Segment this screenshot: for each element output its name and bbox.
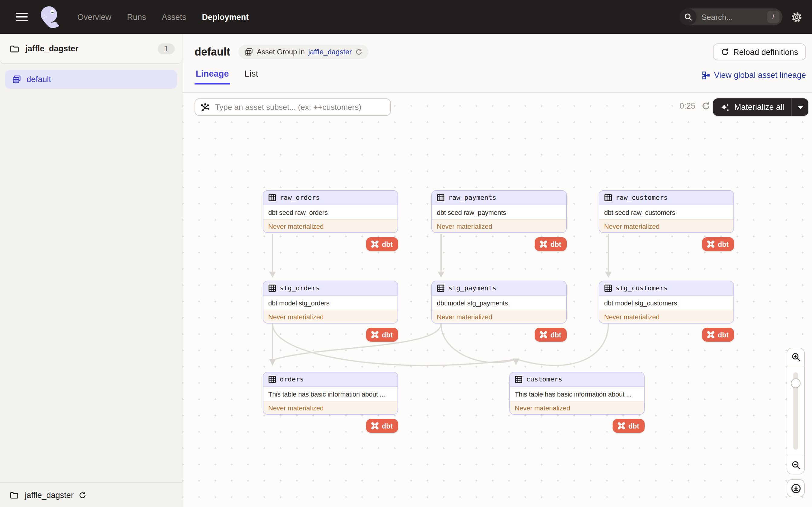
dbt-badge[interactable]: dbt bbox=[613, 419, 645, 433]
zoom-in-button[interactable] bbox=[787, 348, 804, 366]
dbt-logo-icon bbox=[371, 331, 379, 339]
tab-list[interactable]: List bbox=[244, 69, 259, 84]
sidebar-item-default-group[interactable]: default bbox=[5, 70, 177, 89]
dbt-badge[interactable]: dbt bbox=[366, 328, 398, 342]
asset-description: dbt seed raw_payments bbox=[432, 205, 566, 219]
folder-icon bbox=[10, 44, 19, 53]
dbt-logo-icon bbox=[371, 240, 379, 248]
reload-repo-icon[interactable] bbox=[79, 491, 86, 499]
zoom-out-button[interactable] bbox=[787, 456, 804, 474]
page-title: default bbox=[195, 46, 230, 58]
zoom-controls bbox=[786, 348, 805, 497]
reload-icon bbox=[720, 48, 729, 56]
table-icon bbox=[437, 194, 445, 202]
dbt-badge[interactable]: dbt bbox=[535, 328, 567, 342]
asset-name: stg_orders bbox=[280, 284, 320, 292]
asset-node-raw-orders[interactable]: raw_orders dbt seed raw_orders Never mat… bbox=[263, 190, 398, 233]
asset-node-stg-customers[interactable]: stg_customers dbt model stg_customers Ne… bbox=[599, 281, 734, 324]
asset-node-raw-customers[interactable]: raw_customers dbt seed raw_customers Nev… bbox=[599, 190, 734, 233]
nav-right: / bbox=[680, 8, 812, 25]
table-icon bbox=[245, 48, 253, 56]
sparkle-icon bbox=[720, 102, 730, 112]
materialize-all-main[interactable]: Materialize all bbox=[713, 98, 792, 116]
table-icon bbox=[604, 194, 612, 202]
search-bar[interactable]: / bbox=[680, 8, 782, 25]
asset-name: raw_payments bbox=[448, 194, 496, 202]
settings-gear-icon[interactable] bbox=[791, 11, 802, 23]
nav-item-deployment[interactable]: Deployment bbox=[202, 12, 249, 21]
dbt-badge[interactable]: dbt bbox=[366, 419, 398, 433]
download-image-button[interactable] bbox=[786, 479, 805, 497]
menu-hamburger-icon[interactable] bbox=[16, 13, 28, 21]
asset-group-icon bbox=[12, 75, 21, 84]
dagster-logo[interactable] bbox=[39, 5, 62, 29]
lineage-graph-icon bbox=[702, 71, 711, 79]
folder-icon bbox=[10, 490, 19, 500]
asset-status: Never materialized bbox=[263, 401, 398, 414]
refresh-timer: 0:25 bbox=[679, 101, 711, 110]
asset-description: dbt model stg_orders bbox=[263, 296, 398, 309]
tab-bar: Lineage List View global asset lineage bbox=[183, 60, 812, 84]
asset-subset-filter[interactable] bbox=[195, 98, 391, 116]
asset-group-tag-text: Asset Group in bbox=[257, 48, 305, 56]
dbt-logo-icon bbox=[540, 331, 547, 339]
materialize-dropdown-caret[interactable] bbox=[792, 98, 808, 116]
table-icon bbox=[268, 284, 276, 292]
table-icon bbox=[268, 376, 276, 383]
dbt-logo-icon bbox=[371, 422, 379, 430]
asset-description: dbt model stg_customers bbox=[599, 296, 733, 309]
materialize-all-button[interactable]: Materialize all bbox=[713, 98, 808, 116]
group-name: default bbox=[27, 75, 51, 84]
search-icon bbox=[680, 8, 697, 25]
asset-subset-input[interactable] bbox=[214, 102, 386, 112]
chevron-down-icon bbox=[797, 105, 803, 109]
asset-group-repo-link[interactable]: jaffle_dagster bbox=[308, 48, 352, 56]
asset-status: Never materialized bbox=[263, 219, 398, 232]
repo-count-badge: 1 bbox=[158, 43, 174, 54]
asset-description: dbt model stg_payments bbox=[432, 296, 566, 309]
lineage-canvas[interactable]: 0:25 Materialize all bbox=[183, 93, 812, 507]
asset-name: customers bbox=[526, 376, 562, 383]
asset-description: dbt seed raw_orders bbox=[263, 205, 398, 219]
asset-status: Never materialized bbox=[263, 309, 398, 323]
footer-repo-name: jaffle_dagster bbox=[25, 490, 74, 500]
asset-name: orders bbox=[280, 376, 304, 383]
sidebar: jaffle_dagster 1 default jaffle_dagster bbox=[0, 34, 183, 507]
asset-node-raw-payments[interactable]: raw_payments dbt seed raw_payments Never… bbox=[432, 190, 567, 233]
countdown-timer: 0:25 bbox=[679, 101, 695, 110]
reload-definitions-button[interactable]: Reload definitions bbox=[713, 44, 806, 60]
asset-node-customers[interactable]: customers This table has basic informati… bbox=[509, 372, 645, 415]
sidebar-footer: jaffle_dagster bbox=[0, 482, 182, 507]
asset-node-orders[interactable]: orders This table has basic information … bbox=[263, 372, 398, 415]
dbt-badge[interactable]: dbt bbox=[702, 237, 734, 251]
nav-item-overview[interactable]: Overview bbox=[77, 12, 111, 21]
dagster-app: Overview Runs Assets Deployment / bbox=[0, 0, 812, 507]
table-icon bbox=[268, 194, 276, 202]
dbt-badge[interactable]: dbt bbox=[702, 328, 734, 342]
view-global-asset-lineage-link[interactable]: View global asset lineage bbox=[702, 71, 806, 84]
dbt-logo-icon bbox=[540, 240, 547, 248]
dbt-badge[interactable]: dbt bbox=[535, 237, 567, 251]
table-icon bbox=[604, 284, 612, 292]
reload-icon[interactable] bbox=[355, 48, 362, 56]
zoom-slider[interactable] bbox=[787, 366, 804, 456]
dbt-logo-icon bbox=[617, 422, 625, 430]
asset-status: Never materialized bbox=[599, 309, 733, 323]
nav-item-runs[interactable]: Runs bbox=[127, 12, 146, 21]
asset-node-stg-payments[interactable]: stg_payments dbt model stg_payments Neve… bbox=[432, 281, 567, 324]
asset-graph-filter-icon bbox=[200, 102, 210, 112]
asset-node-stg-orders[interactable]: stg_orders dbt model stg_orders Never ma… bbox=[263, 281, 398, 324]
asset-description: dbt seed raw_customers bbox=[599, 205, 733, 219]
page-header: default Asset Group in jaffle_dagster bbox=[183, 34, 812, 93]
zoom-slider-thumb[interactable] bbox=[791, 379, 801, 388]
search-input[interactable] bbox=[700, 12, 758, 22]
tab-lineage[interactable]: Lineage bbox=[195, 69, 230, 84]
refresh-icon[interactable] bbox=[701, 101, 711, 110]
asset-name: raw_customers bbox=[616, 194, 668, 202]
nav-item-assets[interactable]: Assets bbox=[162, 12, 186, 21]
asset-status: Never materialized bbox=[599, 219, 733, 232]
sidebar-repo-jaffle-dagster[interactable]: jaffle_dagster 1 bbox=[0, 34, 182, 64]
search-shortcut-badge: / bbox=[767, 11, 779, 23]
asset-group-tag: Asset Group in jaffle_dagster bbox=[239, 45, 368, 59]
dbt-badge[interactable]: dbt bbox=[366, 237, 398, 251]
